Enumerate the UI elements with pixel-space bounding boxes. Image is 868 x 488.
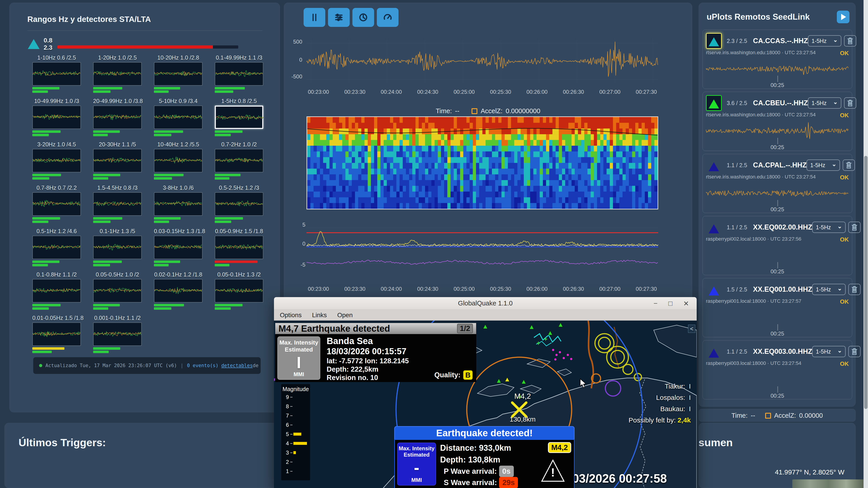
delete-station-button[interactable]: [844, 35, 856, 46]
sta-lta-chart[interactable]: [307, 222, 658, 269]
minimize-icon[interactable]: −: [653, 300, 657, 307]
close-icon[interactable]: ✕: [683, 300, 689, 307]
play-button[interactable]: [837, 11, 849, 23]
hz-cell[interactable]: 0.7-2Hz 1.0 /2: [215, 141, 264, 180]
delete-station-button[interactable]: [844, 97, 856, 109]
filters-button[interactable]: [328, 8, 350, 27]
hz-mini-chart[interactable]: [154, 192, 203, 216]
filter-select[interactable]: 1-5Hz⌄: [812, 222, 846, 233]
filter-select[interactable]: 1-5Hz⌄: [808, 97, 841, 109]
station-card[interactable]: 1.1 / 2.5CA.CPAL.--.HHZ1-5Hz⌄rtserve.iri…: [703, 154, 852, 213]
delete-station-button[interactable]: [848, 284, 861, 295]
hz-cell[interactable]: 0.5-2.5Hz 1.2 /3: [215, 185, 264, 223]
delete-station-button[interactable]: [848, 346, 861, 357]
hz-cell[interactable]: 20-49.99Hz 1.0 /3.8: [93, 98, 142, 136]
accel-checkbox[interactable]: [471, 108, 477, 114]
hz-mini-chart[interactable]: [32, 236, 81, 259]
hz-cell[interactable]: 0.05-0.1Hz 1.3 /2: [215, 271, 264, 310]
map-view[interactable]: M4,7 Earthquake detected 1/2 Max. Intens…: [274, 321, 697, 488]
main-waveform-chart[interactable]: [307, 39, 658, 84]
hz-mini-chart[interactable]: [93, 279, 142, 302]
hz-cell-label: 10-40Hz 1.2 /5.5: [154, 141, 203, 149]
feed-status-footer: Actualizado Tue, 17 Mar 2026 23:26:07 UT…: [33, 357, 260, 374]
filter-select[interactable]: 1-5Hz⌄: [808, 35, 841, 46]
window-titlebar[interactable]: GlobalQuake 1.1.0 − □ ✕: [274, 297, 697, 310]
hz-mini-chart[interactable]: [32, 192, 81, 216]
hz-mini-chart[interactable]: [154, 279, 203, 302]
hz-mini-chart[interactable]: [215, 236, 264, 259]
earthquake-alert-bar[interactable]: M4,7 Earthquake detected 1/2: [275, 323, 476, 334]
time-window-button[interactable]: [352, 8, 374, 27]
hz-mini-chart[interactable]: [154, 149, 203, 172]
hz-mini-chart[interactable]: [93, 62, 142, 86]
hz-cell[interactable]: 5-10Hz 0.9 /3.4: [154, 98, 203, 136]
station-card[interactable]: 1.1 / 2.5XX.EQ003.00.HHZ1-5Hz⌄raspberryp…: [703, 340, 852, 399]
hz-mini-chart[interactable]: [32, 149, 81, 172]
hz-cell[interactable]: 0.1-1Hz 1.3 /5: [93, 228, 142, 266]
hz-mini-chart[interactable]: [93, 192, 142, 216]
hz-mini-chart[interactable]: [215, 149, 264, 172]
hz-bars: [93, 217, 142, 223]
hz-cell[interactable]: 0.01-0.05Hz 1.5 /1.8: [32, 315, 81, 353]
hz-cell[interactable]: 0.02-0.1Hz 1.2 /1.8: [154, 271, 203, 310]
legend-row: 8: [281, 402, 310, 411]
globalquake-window[interactable]: GlobalQuake 1.1.0 − □ ✕ Options Links Op…: [274, 297, 697, 488]
delete-station-button[interactable]: [848, 222, 861, 233]
hz-cell[interactable]: 0.1-0.8Hz 1.1 /2: [32, 271, 81, 310]
hz-cell[interactable]: 0.05-0.5Hz 1.0 /2: [93, 271, 142, 310]
alert-pager[interactable]: 1/2: [457, 324, 473, 333]
hz-mini-chart[interactable]: [93, 322, 142, 346]
hz-mini-chart[interactable]: [154, 236, 203, 259]
hz-mini-chart[interactable]: [93, 236, 142, 259]
station-card[interactable]: 1.5 / 2.5XX.EQ001.00.HHZ1-5Hz⌄raspberryp…: [703, 278, 852, 337]
hz-mini-chart[interactable]: [32, 62, 81, 86]
hz-mini-chart[interactable]: [215, 62, 264, 86]
hz-cell[interactable]: 0.03-0.15Hz 1.3 /1.8: [154, 228, 203, 266]
hz-cell[interactable]: 1-20Hz 1.0 /2.5: [93, 55, 142, 93]
hz-cell[interactable]: 0.05-0.9Hz 1.5 /1.8: [215, 228, 264, 266]
scrollbar-thumb[interactable]: [864, 156, 868, 409]
hz-cell[interactable]: 3-20Hz 1.0 /4.5: [32, 141, 81, 180]
filter-select[interactable]: 1-5Hz⌄: [812, 346, 846, 357]
pause-button[interactable]: [304, 8, 325, 27]
speed-button[interactable]: [377, 8, 399, 27]
hz-mini-chart[interactable]: [32, 279, 81, 302]
accel-checkbox[interactable]: [765, 413, 771, 419]
hz-mini-chart[interactable]: [154, 62, 203, 86]
delete-station-button[interactable]: [843, 160, 855, 171]
events-link[interactable]: 0 evento(s) detectables: [187, 363, 253, 368]
hz-mini-chart[interactable]: [93, 149, 142, 172]
hz-mini-chart[interactable]: [93, 105, 142, 129]
hz-cell[interactable]: 10-40Hz 1.2 /5.5: [154, 141, 203, 180]
hz-cell[interactable]: 10-49.99Hz 1.0 /3: [32, 98, 81, 136]
maximize-icon[interactable]: □: [669, 300, 673, 307]
spectrogram[interactable]: [307, 116, 658, 209]
hz-cell[interactable]: 0.1-49.99Hz 1.1 /3: [215, 55, 264, 93]
hz-mini-chart[interactable]: [154, 105, 203, 129]
collapse-tab[interactable]: <: [688, 325, 695, 333]
center-tick: [777, 324, 778, 330]
hz-cell[interactable]: 0.7-8Hz 0.7 /2.2: [32, 185, 81, 223]
hz-cell[interactable]: 1-10Hz 0.6 /2.5: [32, 55, 81, 93]
station-card[interactable]: 3.6 / 2.5CA.CBEU.--.HHZ1-5Hz⌄rtserve.iri…: [703, 92, 852, 151]
hz-mini-chart[interactable]: [32, 322, 81, 346]
hz-mini-chart[interactable]: [215, 279, 264, 302]
filter-select[interactable]: 1-5Hz⌄: [812, 284, 846, 295]
hz-cell[interactable]: 20-30Hz 1.1 /5: [93, 141, 142, 180]
triggers-heading: Últimos Triggers:: [19, 436, 106, 449]
hz-cell[interactable]: 10-20Hz 1.0 /2.8: [154, 55, 203, 93]
station-card[interactable]: 2.3 / 2.5CA.CCAS.--.HHZ1-5Hz⌄rtserve.iri…: [703, 30, 852, 89]
station-card[interactable]: 1.1 / 2.5XX.EQ002.00.HHZ1-5Hz⌄raspberryp…: [703, 216, 852, 275]
menu-options[interactable]: Options: [280, 312, 302, 319]
hz-mini-chart[interactable]: [32, 105, 81, 129]
menu-open[interactable]: Open: [337, 312, 353, 319]
hz-cell[interactable]: 1.5-4.5Hz 0.8 /3: [93, 185, 142, 223]
hz-mini-chart[interactable]: [215, 192, 264, 216]
hz-mini-chart[interactable]: [215, 105, 264, 129]
hz-cell[interactable]: 0.001-0.1Hz 1.1 /2: [93, 315, 142, 353]
hz-cell[interactable]: 0.5-1Hz 1.2 /4.6: [32, 228, 81, 266]
filter-select[interactable]: 1-5Hz⌄: [807, 160, 840, 171]
menu-links[interactable]: Links: [312, 312, 327, 319]
hz-cell[interactable]: 3-8Hz 1.0 /6: [154, 185, 203, 223]
hz-cell[interactable]: 1-5Hz 0.8 /2.5: [215, 98, 264, 136]
